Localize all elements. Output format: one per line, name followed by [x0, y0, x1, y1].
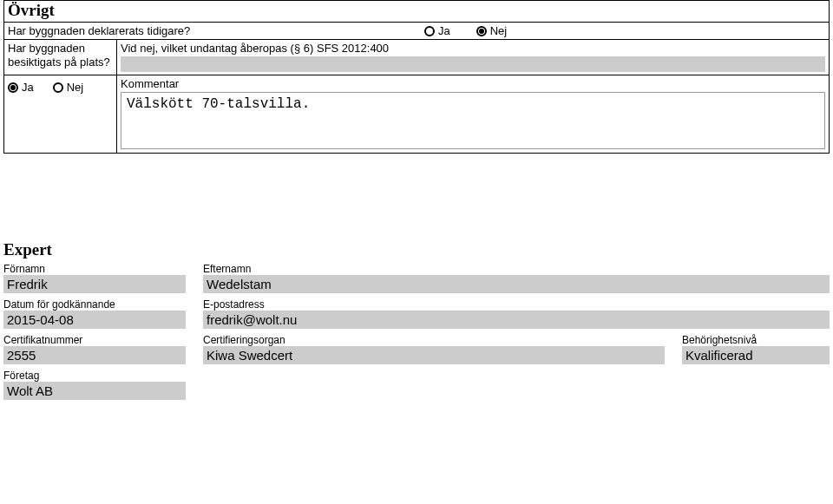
section-heading-expert: Expert: [3, 240, 830, 259]
expert-row-2: Datum för godkännande 2015-04-08 E-posta…: [3, 298, 830, 329]
field-foretag: Företag Wolt AB: [3, 370, 186, 400]
row3-radio-no[interactable]: Nej: [53, 81, 84, 94]
comment-input[interactable]: Välskött 70-talsvilla.: [121, 92, 825, 149]
epost-label: E-postadress: [203, 298, 830, 311]
comment-label: Kommentar: [121, 77, 825, 90]
row3-no-label: Nej: [67, 81, 84, 94]
radio-icon: [476, 26, 487, 36]
section-heading-ovrigt: Övrigt: [4, 1, 829, 23]
foretag-value[interactable]: Wolt AB: [3, 382, 186, 400]
q2-right-label: Vid nej, vilket undantag åberopas (§ 6) …: [117, 40, 829, 55]
expert-row-4: Företag Wolt AB: [3, 370, 830, 400]
q2-input[interactable]: [121, 56, 825, 72]
q1-no-label: Nej: [490, 24, 508, 37]
radio-icon: [8, 82, 18, 93]
q1-row: Har byggnaden deklarerats tidigare? Ja N…: [4, 23, 829, 40]
expert-row-1: Förnamn Fredrik Efternamn Wedelstam: [3, 263, 830, 293]
foretag-label: Företag: [3, 370, 186, 382]
q1-yes-label: Ja: [438, 24, 450, 37]
q2-row: Har byggnaden besiktigats på plats? Vid …: [4, 40, 829, 75]
row3-radio-yes[interactable]: Ja: [8, 81, 34, 94]
field-certorg: Certifieringsorgan Kiwa Swedcert: [203, 334, 665, 364]
field-efternamn: Efternamn Wedelstam: [203, 263, 830, 293]
radio-icon: [53, 82, 63, 93]
q1-radio-group: Ja Nej: [424, 24, 507, 37]
field-datum: Datum för godkännande 2015-04-08: [3, 298, 186, 329]
field-behor: Behörighetsnivå Kvalificerad: [682, 334, 830, 364]
behor-value[interactable]: Kvalificerad: [682, 346, 830, 364]
datum-label: Datum för godkännande: [3, 298, 186, 311]
efternamn-label: Efternamn: [203, 263, 830, 275]
row3-right: Kommentar Välskött 70-talsvilla.: [117, 75, 829, 153]
q1-radio-yes[interactable]: Ja: [424, 24, 450, 37]
datum-value[interactable]: 2015-04-08: [3, 311, 186, 329]
fornamn-label: Förnamn: [3, 263, 186, 275]
q1-text: Har byggnaden deklarerats tidigare?: [8, 24, 424, 37]
epost-value[interactable]: fredrik@wolt.nu: [203, 311, 830, 329]
certnum-label: Certifikatnummer: [3, 334, 186, 346]
field-certnum: Certifikatnummer 2555: [3, 334, 186, 364]
row3: Ja Nej Kommentar Välskött 70-talsvilla.: [4, 75, 829, 153]
expert-row-3: Certifikatnummer 2555 Certifieringsorgan…: [3, 334, 830, 364]
certorg-label: Certifieringsorgan: [203, 334, 665, 346]
row3-yes-label: Ja: [22, 81, 34, 94]
efternamn-value[interactable]: Wedelstam: [203, 275, 830, 293]
row3-radio-group: Ja Nej: [4, 75, 117, 153]
certnum-value[interactable]: 2555: [3, 346, 186, 364]
q1-radio-no[interactable]: Nej: [476, 24, 508, 37]
field-epost: E-postadress fredrik@wolt.nu: [203, 298, 830, 329]
certorg-value[interactable]: Kiwa Swedcert: [203, 346, 665, 364]
behor-label: Behörighetsnivå: [682, 334, 830, 346]
q2-left-text: Har byggnaden besiktigats på plats?: [4, 40, 117, 75]
fornamn-value[interactable]: Fredrik: [3, 275, 186, 293]
q2-right: Vid nej, vilket undantag åberopas (§ 6) …: [117, 40, 829, 75]
section-ovrigt: Övrigt Har byggnaden deklarerats tidigar…: [3, 0, 830, 154]
field-fornamn: Förnamn Fredrik: [3, 263, 186, 293]
radio-icon: [424, 26, 435, 36]
